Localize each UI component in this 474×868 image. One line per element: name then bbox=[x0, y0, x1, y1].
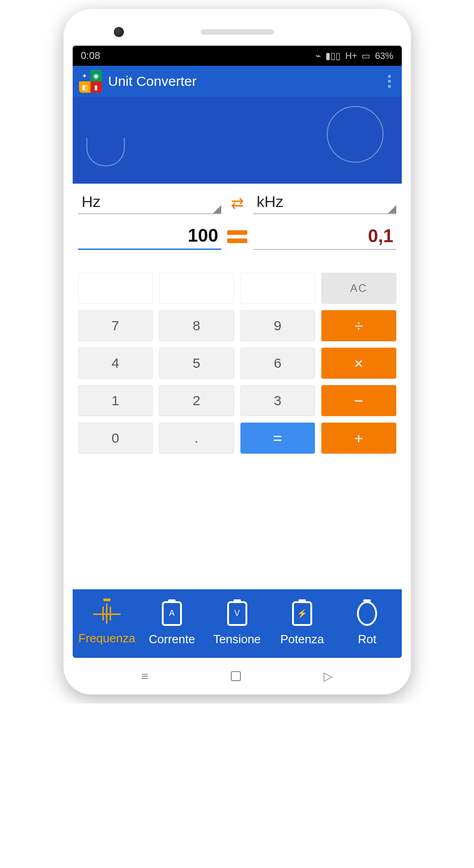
phone-hardware-top bbox=[73, 23, 402, 41]
status-bar: 0:08 ⌁ ▮▯▯ H+ ▭ 63% bbox=[73, 46, 402, 66]
android-soft-keys: ≡ ◁ bbox=[73, 658, 402, 685]
recent-apps-button[interactable]: ≡ bbox=[141, 669, 148, 683]
swap-icon: ⇄ bbox=[231, 194, 244, 212]
nav-label: Potenza bbox=[280, 632, 324, 646]
rotation-icon bbox=[357, 601, 377, 626]
swap-units-button[interactable]: ⇄ bbox=[226, 191, 249, 214]
nav-label: Corrente bbox=[149, 632, 195, 646]
nav-corrente[interactable]: A Corrente bbox=[139, 601, 204, 646]
unit-select-row: Hz ⇄ kHz bbox=[73, 184, 402, 214]
bottom-nav: Frequenza A Corrente V Tensione ⚡ Potenz… bbox=[73, 589, 402, 658]
value-row: 100 0,1 bbox=[73, 214, 402, 254]
app-icon: ✦ ◉ ◧ ▮ bbox=[79, 70, 102, 93]
battery-icon: ▭ bbox=[362, 50, 370, 61]
key-7[interactable]: 7 bbox=[78, 310, 153, 341]
key-9[interactable]: 9 bbox=[240, 310, 315, 341]
battery-power-icon: ⚡ bbox=[292, 601, 312, 626]
battery-v-icon: V bbox=[227, 601, 247, 626]
key-ac[interactable]: AC bbox=[321, 273, 396, 304]
nav-potenza[interactable]: ⚡ Potenza bbox=[270, 601, 335, 646]
spacer bbox=[73, 458, 402, 589]
nav-label: Rot bbox=[358, 632, 376, 646]
input-value-field[interactable]: 100 bbox=[78, 223, 221, 250]
key-equals[interactable]: = bbox=[240, 423, 315, 454]
key-blank-2[interactable] bbox=[159, 273, 234, 304]
bluetooth-icon: ⌁ bbox=[315, 50, 321, 61]
nav-tensione[interactable]: V Tensione bbox=[204, 601, 269, 646]
from-unit-label: Hz bbox=[82, 193, 101, 210]
status-right: ⌁ ▮▯▯ H+ ▭ 63% bbox=[315, 50, 393, 61]
home-button[interactable] bbox=[231, 671, 241, 681]
key-subtract[interactable]: − bbox=[321, 385, 396, 416]
signal-icon: ▮▯▯ bbox=[325, 50, 341, 61]
back-button[interactable]: ◁ bbox=[324, 669, 333, 683]
overflow-menu-button[interactable] bbox=[383, 75, 395, 88]
key-divide[interactable]: ÷ bbox=[321, 310, 396, 341]
to-unit-label: kHz bbox=[257, 193, 284, 210]
key-4[interactable]: 4 bbox=[78, 348, 153, 379]
key-2[interactable]: 2 bbox=[159, 385, 234, 416]
battery-a-icon: A bbox=[162, 601, 182, 626]
key-6[interactable]: 6 bbox=[240, 348, 315, 379]
nav-rotazione[interactable]: Rot bbox=[335, 601, 399, 646]
from-unit-select[interactable]: Hz bbox=[78, 191, 221, 214]
key-add[interactable]: + bbox=[321, 423, 396, 454]
key-1[interactable]: 1 bbox=[78, 385, 153, 416]
nav-label: Frequenza bbox=[79, 631, 135, 646]
key-blank-1[interactable] bbox=[78, 273, 153, 304]
app-title: Unit Converter bbox=[108, 74, 383, 89]
status-time: 0:08 bbox=[81, 50, 101, 62]
key-0[interactable]: 0 bbox=[78, 423, 153, 454]
key-8[interactable]: 8 bbox=[159, 310, 234, 341]
frequency-wave-icon bbox=[93, 602, 121, 625]
front-camera bbox=[114, 27, 124, 37]
screen: 0:08 ⌁ ▮▯▯ H+ ▭ 63% ✦ ◉ ◧ ▮ Unit Convert… bbox=[73, 46, 402, 658]
nav-frequenza[interactable]: Frequenza bbox=[75, 602, 139, 646]
key-decimal[interactable]: . bbox=[159, 423, 234, 454]
network-label: H+ bbox=[345, 51, 357, 61]
equals-icon bbox=[226, 230, 249, 243]
hero-image bbox=[73, 97, 402, 184]
nav-label: Tensione bbox=[213, 632, 261, 646]
app-bar: ✦ ◉ ◧ ▮ Unit Converter bbox=[73, 66, 402, 97]
phone-frame: 0:08 ⌁ ▮▯▯ H+ ▭ 63% ✦ ◉ ◧ ▮ Unit Convert… bbox=[64, 9, 411, 694]
keypad: AC 7 8 9 ÷ 4 5 6 × 1 2 3 − 0 . = + bbox=[73, 254, 402, 458]
key-3[interactable]: 3 bbox=[240, 385, 315, 416]
earpiece-speaker bbox=[201, 29, 274, 35]
battery-percent: 63% bbox=[375, 51, 393, 61]
key-blank-3[interactable] bbox=[240, 273, 315, 304]
key-5[interactable]: 5 bbox=[159, 348, 234, 379]
to-unit-select[interactable]: kHz bbox=[253, 191, 396, 214]
key-multiply[interactable]: × bbox=[321, 348, 396, 379]
output-value-field: 0,1 bbox=[253, 224, 396, 250]
